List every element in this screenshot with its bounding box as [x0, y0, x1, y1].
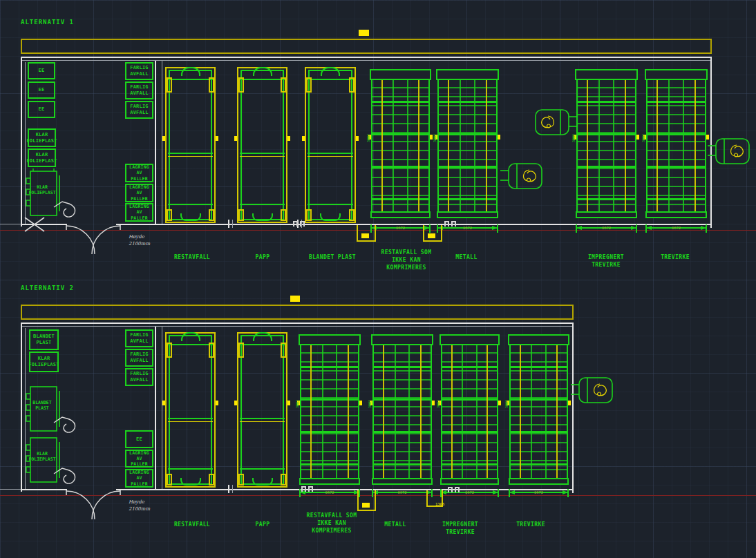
- container-inner-frame: [169, 70, 212, 220]
- column-square: [301, 486, 306, 492]
- cage-post: [531, 336, 532, 483]
- cage-container: 3002: [437, 69, 498, 218]
- dim-tick: [706, 224, 707, 233]
- open-container: [165, 332, 216, 488]
- cage-container: 3002: [509, 334, 568, 485]
- side-nub: [356, 136, 359, 141]
- bay-label: PAPP: [242, 254, 283, 262]
- column-marker: [301, 486, 313, 492]
- door-height-line2: 2100mm: [129, 241, 150, 247]
- storage-box: LAGRING AV PALLER: [125, 450, 153, 468]
- alt1-top-wall-inner: [21, 60, 712, 61]
- storage-box-label: FARLIG AVFALL: [127, 65, 151, 77]
- storage-box-label: EE: [39, 106, 45, 113]
- side-nub: [234, 136, 237, 141]
- side-nub: [359, 401, 362, 405]
- cad-drawing-canvas[interactable]: ALTERNATIV 1 EE EE EE KLAR FOLIEPLAST KL…: [0, 0, 756, 558]
- compactor-motor-icon: [534, 108, 577, 137]
- cage-cap: [436, 69, 499, 80]
- cage-post: [598, 70, 600, 217]
- container-mid-rail: [240, 418, 285, 422]
- dim-tick: [567, 489, 569, 497]
- corner-post: [238, 474, 244, 485]
- dim-tick: [498, 489, 499, 497]
- container-foot: [180, 478, 201, 485]
- container-top-rail: [240, 344, 285, 345]
- cage-post: [393, 70, 394, 217]
- compactor-label: BLANDET PLAST: [26, 401, 58, 412]
- bay-label: RESTAVFALL SOM IKKE KAN KOMPRIMERES: [379, 249, 434, 271]
- door-height-line2: 2100mm: [129, 506, 150, 512]
- cage-post: [556, 336, 558, 483]
- side-nub: [216, 136, 218, 141]
- height-dimension: 3002: [641, 134, 645, 142]
- side-nub: [636, 135, 639, 140]
- container-top-rail: [168, 344, 213, 345]
- bay-label: IMPREGNERT TREVIRKE: [433, 521, 488, 537]
- open-container: [237, 332, 287, 488]
- pit-dimension-text: 1306: [435, 502, 444, 506]
- storage-box-label: KLAR FOLIEPLAST: [26, 132, 57, 144]
- alt1-roof-band: [21, 39, 712, 54]
- cage-post: [381, 70, 383, 217]
- cage-base: [645, 211, 707, 218]
- cage-post: [476, 336, 478, 483]
- alt2-roof-marker: [290, 296, 300, 302]
- container-handle: [181, 332, 200, 341]
- dim-text: 0672: [397, 491, 406, 495]
- cage-post: [310, 336, 312, 483]
- alt2-left-wall: [21, 323, 22, 492]
- dim-tick: [299, 489, 301, 497]
- container-handle: [181, 67, 200, 76]
- cage-base: [509, 478, 569, 485]
- compactor-machine: BLANDET PLAST: [23, 384, 82, 439]
- column-marker: [444, 221, 456, 227]
- dim-text: 0672: [463, 227, 472, 231]
- storage-box-label: FARLIG AVFALL: [127, 332, 151, 345]
- side-nub: [498, 135, 500, 140]
- alt2-wall-tick: [228, 485, 229, 493]
- side-nub: [234, 401, 237, 405]
- cage-post: [474, 70, 475, 217]
- corner-post: [209, 77, 214, 93]
- pit-fill: [428, 233, 435, 238]
- dim-tick: [509, 489, 510, 497]
- height-dimension: 3002: [295, 400, 299, 408]
- corner-post: [209, 209, 214, 221]
- container-bottom-rail: [168, 468, 213, 470]
- alt2-top-wall: [21, 323, 574, 324]
- door-height-line1: Høyde: [129, 234, 144, 240]
- container-inner-frame: [308, 70, 352, 220]
- container-handle: [321, 67, 340, 76]
- pit-fill: [361, 233, 369, 238]
- corner-post: [281, 343, 286, 358]
- side-nub: [498, 401, 501, 405]
- column-square: [308, 486, 313, 492]
- bay-label: RESTAVFALL: [164, 254, 220, 262]
- compactor-label: KLAR FOLIEPLAST: [26, 185, 58, 196]
- dim-text: 0672: [602, 227, 611, 231]
- cage-post: [322, 336, 323, 483]
- cage-post: [408, 336, 410, 483]
- cage-container: 3002: [372, 334, 432, 485]
- cage-cap: [371, 334, 433, 345]
- container-top-rail: [308, 79, 353, 80]
- height-dimension: 3002: [366, 134, 370, 142]
- alt2-right-wall: [572, 323, 574, 493]
- bay-label: IMPREGNERT TREVIRKE: [578, 254, 634, 269]
- dim-tick: [576, 224, 577, 233]
- alt2-partition-wall: [155, 327, 156, 489]
- storage-box-label: LAGRING AV PALLER: [127, 470, 151, 486]
- corner-post: [167, 474, 172, 485]
- compactor-outline-icon: [23, 384, 82, 439]
- container-bottom-rail: [308, 204, 353, 205]
- storage-box: FARLIG AVFALL: [125, 349, 153, 367]
- width-dimension: 0672: [372, 492, 432, 493]
- cage-cap: [370, 69, 431, 80]
- cage-post: [448, 70, 449, 217]
- container-handle: [253, 332, 272, 341]
- compactor-outline-icon: [23, 435, 82, 490]
- corner-post: [238, 209, 244, 221]
- storage-box: BLANDET PLAST: [29, 329, 59, 350]
- alt1-wall-extension: [0, 224, 21, 224]
